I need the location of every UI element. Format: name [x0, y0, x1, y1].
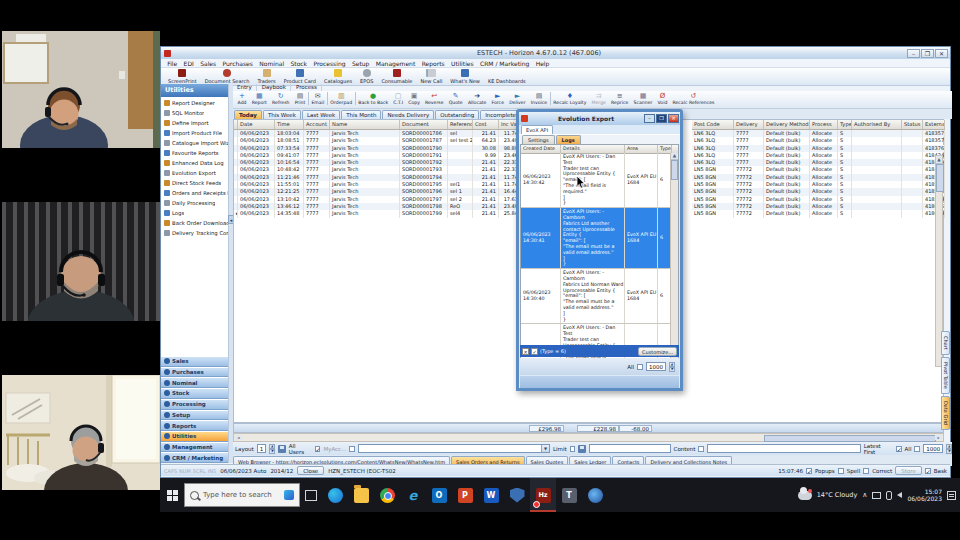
weather-icon[interactable] [798, 491, 812, 500]
scroll-up-icon[interactable]: ▲ [936, 156, 942, 164]
order-row[interactable]: 06/06/2023 11:21:46 7777 Jarvis Tech SOR… [234, 174, 521, 181]
scroll-left-icon[interactable]: ◂ [235, 435, 242, 440]
order-row[interactable]: 06/06/2023 13:46:12 7777 Jarvis Tech SOR… [234, 203, 521, 210]
sidebar-item[interactable]: Delivery Tracking Confi... [161, 228, 228, 238]
order-row[interactable]: LN5 8GN 77772 Default (bulk) Allocate S … [692, 181, 945, 188]
action-button[interactable]: ♦ Recalc Loyalty [550, 92, 589, 105]
taskbar-search[interactable]: Type here to search [184, 483, 300, 507]
column-header[interactable]: External I [923, 120, 945, 129]
grid-horizontal-scrollbar[interactable]: ◂ ▸ [233, 433, 944, 442]
filter-input[interactable] [589, 444, 671, 453]
column-header[interactable]: Delivery [734, 120, 764, 129]
sidebar-item[interactable]: Daily Processing [161, 198, 228, 208]
column-header[interactable]: Type [838, 120, 852, 129]
order-row[interactable]: 06/06/2023 18:08:51 7777 Jarvis Tech SOR… [234, 137, 521, 144]
basket-checkbox[interactable] [925, 468, 931, 474]
menu-item[interactable]: EDI [180, 60, 197, 67]
filter-tab[interactable]: Today [234, 110, 262, 119]
sidebar-section[interactable]: Processing [161, 399, 228, 410]
sidebar-item[interactable]: Back Order Download [161, 218, 228, 228]
action-button[interactable]: ▥ Orderpad [327, 92, 355, 105]
taskbar-clock[interactable]: 15:07 06/06/2023 [907, 488, 942, 502]
sidebar-item[interactable]: Orders and Receipts Im... [161, 188, 228, 198]
sidebar-item[interactable]: Enhanced Data Log [161, 158, 228, 168]
order-row[interactable]: 06/06/2023 10:48:42 7777 Jarvis Tech SOR… [234, 166, 521, 173]
taskbar-icon-outlook[interactable]: O [426, 478, 452, 512]
sidebar-section[interactable]: Nominal [161, 377, 228, 388]
action-button[interactable]: ✎ Quote [446, 92, 465, 105]
action-button[interactable]: ► Deliver [507, 92, 529, 105]
sidebar-section[interactable]: Setup [161, 410, 228, 421]
store-button[interactable]: Store [895, 466, 922, 475]
order-row[interactable]: LN5 8GN 77772 Default (bulk) Allocate S … [692, 188, 945, 195]
sidebar-section[interactable]: Management [161, 442, 228, 453]
sidebar-item[interactable]: SQL Monitor [161, 108, 228, 118]
taskbar-icon-defender[interactable] [504, 478, 530, 512]
dialog-minimize-button[interactable]: – [644, 114, 655, 123]
dialog-maximize-button[interactable]: ❐ [656, 114, 667, 123]
action-button[interactable]: + Add [235, 92, 249, 105]
speaker-icon[interactable] [897, 492, 902, 498]
action-button[interactable]: ▣ Copy [406, 92, 423, 105]
close-period-button[interactable]: Close [297, 466, 324, 475]
taskbar-icon-edge[interactable] [322, 478, 348, 512]
scroll-thumb[interactable] [671, 160, 678, 180]
action-center-icon[interactable] [947, 491, 956, 500]
taskbar-icon-ecl[interactable] [582, 478, 608, 512]
myacc-checkbox[interactable] [349, 446, 355, 452]
scroll-up-icon[interactable]: ▲ [671, 153, 678, 160]
menu-item[interactable]: File [164, 60, 180, 67]
dialog-sub-tab[interactable]: Settings [522, 135, 555, 144]
menu-item[interactable]: Stock [287, 60, 310, 67]
sidebar-section[interactable]: Utilities [161, 431, 228, 442]
toolbar-button[interactable]: KE Dashboards [485, 69, 529, 84]
action-button[interactable]: ↺ Recalc References [670, 92, 717, 105]
column-header[interactable]: Document [400, 120, 448, 129]
scroll-thumb[interactable] [936, 164, 944, 192]
action-button[interactable]: ● Back to Back [355, 92, 391, 105]
user-dropdown[interactable]: ▼ [358, 444, 550, 453]
row-limit-stepper[interactable]: 1000 [923, 444, 943, 453]
action-button[interactable]: ► Force [489, 92, 507, 105]
taskbar-icon-teams[interactable]: T [556, 478, 582, 512]
toolbar-button[interactable]: New Call [417, 69, 445, 84]
sidebar-item[interactable]: Favourite Reports [161, 148, 228, 158]
menu-item[interactable]: Reports [418, 60, 447, 67]
order-row[interactable]: LN5 8GN 77772 Default (bulk) Allocate S … [692, 174, 945, 181]
side-tab[interactable]: Chart [941, 331, 950, 355]
display-icon[interactable] [872, 492, 881, 499]
log-column-header[interactable]: Details [561, 145, 625, 153]
toolbar-button[interactable]: Consumable [378, 69, 415, 84]
restore-button[interactable]: ❐ [921, 49, 934, 58]
save-layout-icon[interactable] [278, 445, 286, 453]
toolbar-button[interactable]: What's New [447, 69, 483, 84]
column-header[interactable]: Delivery Method [764, 120, 810, 129]
sidebar-section[interactable]: Purchases [161, 367, 228, 378]
order-row[interactable]: LN5 8GN 77772 Default (bulk) Allocate S … [692, 166, 945, 173]
sidebar-item[interactable]: Evolution Export [161, 168, 228, 178]
filter-tab[interactable]: Needs Delivery [382, 110, 434, 119]
menu-item[interactable]: Processing [310, 60, 348, 67]
order-row[interactable]: 06/06/2023 09:41:07 7777 Jarvis Tech SOR… [234, 152, 521, 159]
menu-item[interactable]: Utilities [448, 60, 477, 67]
minimize-button[interactable]: – [907, 49, 920, 58]
action-button[interactable]: ↻ Refresh [270, 92, 293, 105]
order-row[interactable]: LN6 3LQ 7777 Default (bulk) Allocate S 4… [692, 130, 945, 137]
order-row[interactable]: 06/06/2023 07:33:54 7777 Jarvis Tech SOR… [234, 145, 521, 152]
sidebar-item[interactable]: Import Product File [161, 128, 228, 138]
menu-item[interactable]: Setup [349, 60, 373, 67]
start-button[interactable] [160, 478, 184, 512]
log-column-header[interactable]: Type [658, 145, 672, 153]
sidebar-item[interactable]: Direct Stock Feeds [161, 178, 228, 188]
log-row[interactable]: 06/06/2023 14:30:41 EvoX API Users: - Ca… [521, 208, 671, 269]
log-row[interactable]: 06/06/2023 14:30:40 EvoX API Users: - Ca… [521, 269, 671, 324]
spell-checkbox[interactable] [838, 468, 844, 474]
tray-expand-icon[interactable]: ∧ [862, 491, 867, 499]
dialog-all-checkbox[interactable] [637, 364, 643, 370]
toolbar-button[interactable]: Catalogues [321, 69, 355, 84]
taskbar-icon-horizon-active[interactable]: Hz [530, 478, 556, 512]
order-row[interactable]: LN5 8GN 77772 Default (bulk) Allocate S … [692, 196, 945, 203]
sidebar-item[interactable]: Logs [161, 208, 228, 218]
action-button[interactable]: ✉ Email [308, 92, 327, 105]
filter-tab[interactable]: This Month [341, 110, 381, 119]
